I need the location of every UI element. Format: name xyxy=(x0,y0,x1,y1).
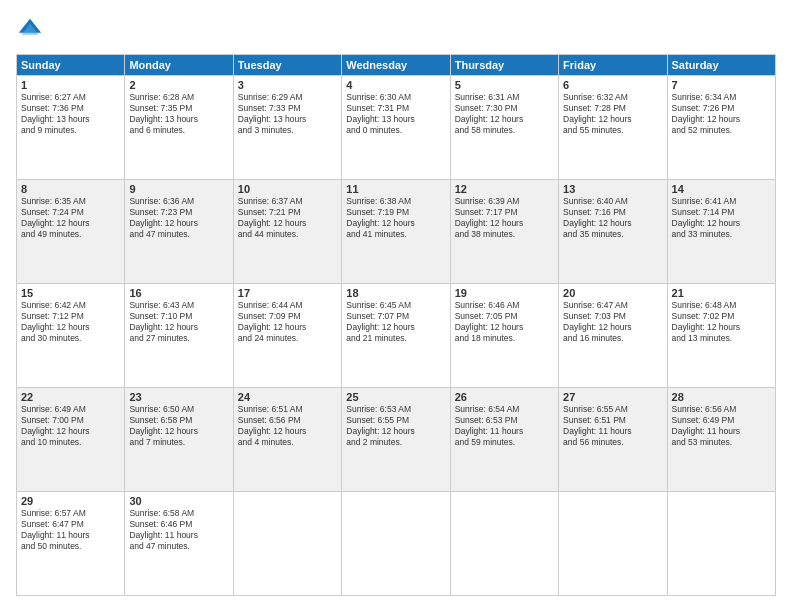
calendar-cell: 26Sunrise: 6:54 AMSunset: 6:53 PMDayligh… xyxy=(450,388,558,492)
logo-icon xyxy=(16,16,44,44)
day-number: 14 xyxy=(672,183,771,195)
cell-content: Sunrise: 6:30 AMSunset: 7:31 PMDaylight:… xyxy=(346,92,445,136)
cell-content: Sunrise: 6:44 AMSunset: 7:09 PMDaylight:… xyxy=(238,300,337,344)
cell-content: Sunrise: 6:35 AMSunset: 7:24 PMDaylight:… xyxy=(21,196,120,240)
cell-content: Sunrise: 6:45 AMSunset: 7:07 PMDaylight:… xyxy=(346,300,445,344)
day-number: 21 xyxy=(672,287,771,299)
cell-content: Sunrise: 6:53 AMSunset: 6:55 PMDaylight:… xyxy=(346,404,445,448)
cell-content: Sunrise: 6:29 AMSunset: 7:33 PMDaylight:… xyxy=(238,92,337,136)
logo xyxy=(16,16,48,44)
header xyxy=(16,16,776,44)
day-number: 19 xyxy=(455,287,554,299)
cell-content: Sunrise: 6:54 AMSunset: 6:53 PMDaylight:… xyxy=(455,404,554,448)
calendar-week-row: 22Sunrise: 6:49 AMSunset: 7:00 PMDayligh… xyxy=(17,388,776,492)
calendar-cell: 7Sunrise: 6:34 AMSunset: 7:26 PMDaylight… xyxy=(667,76,775,180)
calendar-cell xyxy=(233,492,341,596)
calendar-cell xyxy=(559,492,667,596)
calendar-cell xyxy=(342,492,450,596)
cell-content: Sunrise: 6:57 AMSunset: 6:47 PMDaylight:… xyxy=(21,508,120,552)
calendar-day-header: Sunday xyxy=(17,55,125,76)
calendar-day-header: Friday xyxy=(559,55,667,76)
calendar-cell: 30Sunrise: 6:58 AMSunset: 6:46 PMDayligh… xyxy=(125,492,233,596)
calendar-header-row: SundayMondayTuesdayWednesdayThursdayFrid… xyxy=(17,55,776,76)
calendar-cell: 13Sunrise: 6:40 AMSunset: 7:16 PMDayligh… xyxy=(559,180,667,284)
cell-content: Sunrise: 6:49 AMSunset: 7:00 PMDaylight:… xyxy=(21,404,120,448)
calendar-cell: 28Sunrise: 6:56 AMSunset: 6:49 PMDayligh… xyxy=(667,388,775,492)
calendar-cell: 1Sunrise: 6:27 AMSunset: 7:36 PMDaylight… xyxy=(17,76,125,180)
day-number: 24 xyxy=(238,391,337,403)
calendar-week-row: 8Sunrise: 6:35 AMSunset: 7:24 PMDaylight… xyxy=(17,180,776,284)
cell-content: Sunrise: 6:37 AMSunset: 7:21 PMDaylight:… xyxy=(238,196,337,240)
cell-content: Sunrise: 6:47 AMSunset: 7:03 PMDaylight:… xyxy=(563,300,662,344)
cell-content: Sunrise: 6:58 AMSunset: 6:46 PMDaylight:… xyxy=(129,508,228,552)
day-number: 10 xyxy=(238,183,337,195)
day-number: 4 xyxy=(346,79,445,91)
calendar-cell: 22Sunrise: 6:49 AMSunset: 7:00 PMDayligh… xyxy=(17,388,125,492)
calendar-week-row: 15Sunrise: 6:42 AMSunset: 7:12 PMDayligh… xyxy=(17,284,776,388)
day-number: 27 xyxy=(563,391,662,403)
cell-content: Sunrise: 6:39 AMSunset: 7:17 PMDaylight:… xyxy=(455,196,554,240)
calendar-cell: 17Sunrise: 6:44 AMSunset: 7:09 PMDayligh… xyxy=(233,284,341,388)
calendar-week-row: 1Sunrise: 6:27 AMSunset: 7:36 PMDaylight… xyxy=(17,76,776,180)
day-number: 3 xyxy=(238,79,337,91)
calendar-day-header: Monday xyxy=(125,55,233,76)
calendar-cell: 14Sunrise: 6:41 AMSunset: 7:14 PMDayligh… xyxy=(667,180,775,284)
day-number: 5 xyxy=(455,79,554,91)
calendar-cell xyxy=(667,492,775,596)
day-number: 25 xyxy=(346,391,445,403)
cell-content: Sunrise: 6:40 AMSunset: 7:16 PMDaylight:… xyxy=(563,196,662,240)
day-number: 11 xyxy=(346,183,445,195)
day-number: 1 xyxy=(21,79,120,91)
day-number: 8 xyxy=(21,183,120,195)
cell-content: Sunrise: 6:48 AMSunset: 7:02 PMDaylight:… xyxy=(672,300,771,344)
day-number: 9 xyxy=(129,183,228,195)
day-number: 12 xyxy=(455,183,554,195)
cell-content: Sunrise: 6:28 AMSunset: 7:35 PMDaylight:… xyxy=(129,92,228,136)
page: SundayMondayTuesdayWednesdayThursdayFrid… xyxy=(0,0,792,612)
calendar-cell: 2Sunrise: 6:28 AMSunset: 7:35 PMDaylight… xyxy=(125,76,233,180)
calendar-day-header: Wednesday xyxy=(342,55,450,76)
calendar-cell: 21Sunrise: 6:48 AMSunset: 7:02 PMDayligh… xyxy=(667,284,775,388)
calendar-day-header: Saturday xyxy=(667,55,775,76)
cell-content: Sunrise: 6:42 AMSunset: 7:12 PMDaylight:… xyxy=(21,300,120,344)
calendar-cell: 18Sunrise: 6:45 AMSunset: 7:07 PMDayligh… xyxy=(342,284,450,388)
calendar-table: SundayMondayTuesdayWednesdayThursdayFrid… xyxy=(16,54,776,596)
calendar-cell: 12Sunrise: 6:39 AMSunset: 7:17 PMDayligh… xyxy=(450,180,558,284)
calendar-week-row: 29Sunrise: 6:57 AMSunset: 6:47 PMDayligh… xyxy=(17,492,776,596)
day-number: 18 xyxy=(346,287,445,299)
cell-content: Sunrise: 6:32 AMSunset: 7:28 PMDaylight:… xyxy=(563,92,662,136)
day-number: 26 xyxy=(455,391,554,403)
cell-content: Sunrise: 6:55 AMSunset: 6:51 PMDaylight:… xyxy=(563,404,662,448)
cell-content: Sunrise: 6:36 AMSunset: 7:23 PMDaylight:… xyxy=(129,196,228,240)
day-number: 23 xyxy=(129,391,228,403)
calendar-cell: 4Sunrise: 6:30 AMSunset: 7:31 PMDaylight… xyxy=(342,76,450,180)
cell-content: Sunrise: 6:34 AMSunset: 7:26 PMDaylight:… xyxy=(672,92,771,136)
day-number: 20 xyxy=(563,287,662,299)
cell-content: Sunrise: 6:27 AMSunset: 7:36 PMDaylight:… xyxy=(21,92,120,136)
day-number: 7 xyxy=(672,79,771,91)
cell-content: Sunrise: 6:56 AMSunset: 6:49 PMDaylight:… xyxy=(672,404,771,448)
day-number: 2 xyxy=(129,79,228,91)
calendar-cell: 15Sunrise: 6:42 AMSunset: 7:12 PMDayligh… xyxy=(17,284,125,388)
cell-content: Sunrise: 6:51 AMSunset: 6:56 PMDaylight:… xyxy=(238,404,337,448)
calendar-cell: 27Sunrise: 6:55 AMSunset: 6:51 PMDayligh… xyxy=(559,388,667,492)
cell-content: Sunrise: 6:41 AMSunset: 7:14 PMDaylight:… xyxy=(672,196,771,240)
calendar-cell: 9Sunrise: 6:36 AMSunset: 7:23 PMDaylight… xyxy=(125,180,233,284)
cell-content: Sunrise: 6:46 AMSunset: 7:05 PMDaylight:… xyxy=(455,300,554,344)
calendar-cell: 6Sunrise: 6:32 AMSunset: 7:28 PMDaylight… xyxy=(559,76,667,180)
cell-content: Sunrise: 6:50 AMSunset: 6:58 PMDaylight:… xyxy=(129,404,228,448)
calendar-cell: 29Sunrise: 6:57 AMSunset: 6:47 PMDayligh… xyxy=(17,492,125,596)
calendar-cell: 11Sunrise: 6:38 AMSunset: 7:19 PMDayligh… xyxy=(342,180,450,284)
day-number: 30 xyxy=(129,495,228,507)
calendar-day-header: Tuesday xyxy=(233,55,341,76)
cell-content: Sunrise: 6:38 AMSunset: 7:19 PMDaylight:… xyxy=(346,196,445,240)
day-number: 28 xyxy=(672,391,771,403)
day-number: 15 xyxy=(21,287,120,299)
calendar-cell: 25Sunrise: 6:53 AMSunset: 6:55 PMDayligh… xyxy=(342,388,450,492)
day-number: 22 xyxy=(21,391,120,403)
calendar-day-header: Thursday xyxy=(450,55,558,76)
cell-content: Sunrise: 6:31 AMSunset: 7:30 PMDaylight:… xyxy=(455,92,554,136)
calendar-cell: 20Sunrise: 6:47 AMSunset: 7:03 PMDayligh… xyxy=(559,284,667,388)
calendar-cell: 19Sunrise: 6:46 AMSunset: 7:05 PMDayligh… xyxy=(450,284,558,388)
calendar-cell xyxy=(450,492,558,596)
